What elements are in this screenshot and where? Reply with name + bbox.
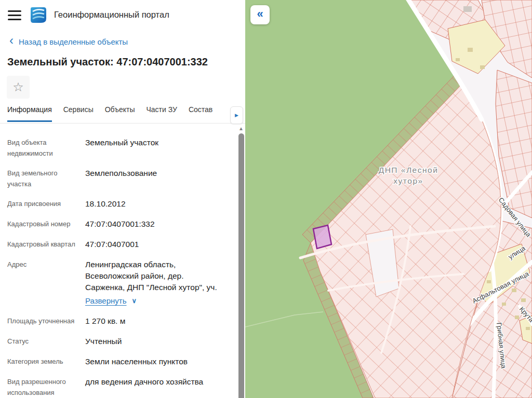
chevron-down-icon: ∨ [132, 295, 137, 307]
tab-scroll-right-button[interactable]: ▶ [230, 106, 243, 124]
field-value: Земельный участок [85, 137, 158, 159]
building-footprint-gray [463, 6, 472, 12]
field-row-object-kind: Вид объекта недвижимости Земельный участ… [7, 137, 232, 159]
field-value: 47:07:0407001 [85, 239, 139, 250]
field-value: 47:07:0407001:332 [85, 218, 155, 230]
field-label: Категория земель [7, 356, 85, 367]
field-value: Ленинградская область, Всеволожский райо… [85, 259, 219, 293]
field-label: Вид земельного участка [7, 168, 85, 189]
dnp-area-label-line1: ДНП «Лесной [379, 166, 438, 174]
tabs-divider [0, 123, 245, 123]
object-attributes-list: Вид объекта недвижимости Земельный участ… [7, 131, 232, 398]
tab-bar: Информация Сервисы Объекты Части ЗУ Сост… [7, 105, 228, 122]
field-row-assign-date: Дата присвоения 18.10.2012 [7, 198, 232, 210]
field-row-permitted-use: Вид разрешенного использования для веден… [7, 376, 232, 398]
scroll-up-arrow-icon[interactable]: ▲ [237, 126, 245, 131]
field-row-parcel-kind: Вид земельного участка Землепользование [7, 168, 232, 189]
star-icon: ☆ [12, 81, 24, 93]
field-label: Кадастровый номер [7, 218, 85, 230]
expand-address-link[interactable]: Развернуть ∨ [85, 295, 219, 307]
map-container: ДНП «Лесной хутор» Садовая улица улица А… [245, 0, 532, 398]
menu-icon[interactable] [8, 10, 21, 20]
field-value: для ведения дачного хозяйства [85, 376, 203, 398]
field-label: Кадастровый квартал [7, 239, 85, 250]
collapse-panel-button[interactable]: « [250, 5, 270, 24]
field-value: 18.10.2012 [85, 198, 126, 210]
object-info-panel: Геоинформационный портал ‹ Назад в выдел… [0, 0, 245, 398]
field-row-cadastral-block: Кадастровый квартал 47:07:0407001 [7, 239, 232, 250]
field-label: Дата присвоения [7, 198, 85, 210]
portal-logo-icon [29, 6, 48, 24]
tab-information[interactable]: Информация [7, 105, 52, 122]
field-row-area: Площадь уточненная 1 270 кв. м [7, 315, 232, 327]
dnp-area-label-line2: хутор» [393, 176, 423, 185]
field-label: Вид объекта недвижимости [7, 137, 85, 159]
cadastral-map[interactable]: ДНП «Лесной хутор» Садовая улица улица А… [245, 0, 532, 398]
field-label: Площадь уточненная [7, 315, 85, 327]
field-label: Адрес [7, 259, 85, 307]
field-value: Земли населенных пунктов [85, 356, 188, 367]
field-label: Статус [7, 336, 85, 347]
tab-services[interactable]: Сервисы [63, 105, 94, 122]
field-row-cadastral-number: Кадастровый номер 47:07:0407001:332 [7, 218, 232, 230]
selected-parcel[interactable] [313, 225, 331, 249]
panel-scrollbar-thumb[interactable] [238, 133, 244, 398]
field-value: 1 270 кв. м [85, 315, 125, 327]
field-row-status: Статус Учтенный [7, 336, 232, 347]
field-label: Вид разрешенного использования [7, 376, 85, 398]
favorite-button[interactable]: ☆ [7, 76, 30, 99]
tab-objects[interactable]: Объекты [105, 105, 135, 122]
chevron-left-icon: ‹ [9, 36, 14, 45]
tab-composition[interactable]: Состав [189, 105, 212, 122]
back-link-label: Назад в выделенные объекты [19, 37, 128, 46]
double-chevron-left-icon: « [257, 8, 263, 20]
geo-portal-window: Геоинформационный портал ‹ Назад в выдел… [0, 0, 532, 398]
back-link[interactable]: ‹ Назад в выделенные объекты [9, 37, 128, 46]
field-row-address: Адрес Ленинградская область, Всеволожски… [7, 259, 232, 307]
field-value: Учтенный [85, 336, 122, 347]
app-title: Геоинформационный портал [54, 10, 169, 20]
chevron-right-icon: ▶ [235, 113, 238, 118]
field-value: Землепользование [85, 168, 157, 189]
page-title: Земельный участок: 47:07:0407001:332 [7, 56, 208, 68]
field-row-land-category: Категория земель Земли населенных пункто… [7, 356, 232, 367]
tab-parts[interactable]: Части ЗУ [146, 105, 177, 122]
